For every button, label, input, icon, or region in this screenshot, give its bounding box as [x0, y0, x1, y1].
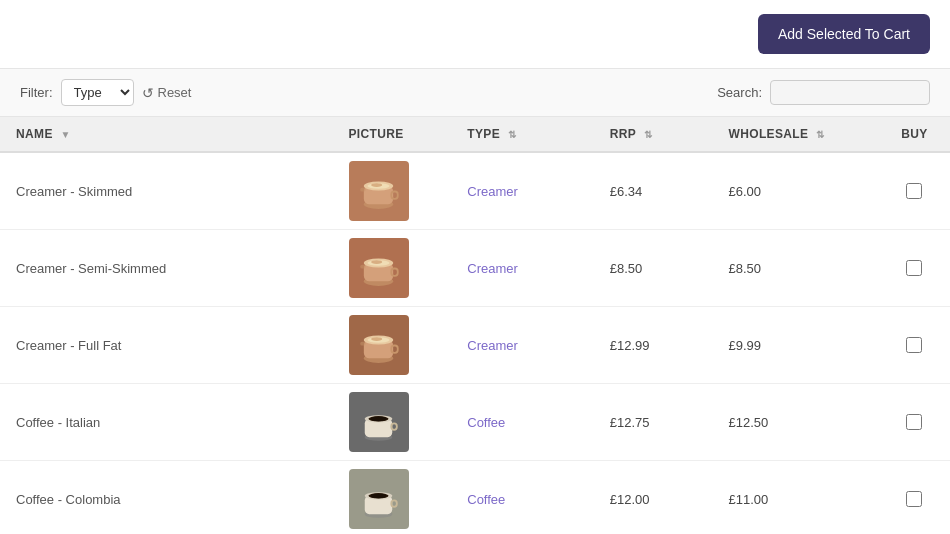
svg-rect-6 — [360, 187, 366, 191]
svg-point-11 — [371, 260, 382, 264]
table-row: Coffee - Italian Coffee£12.75£12.50 — [0, 384, 950, 461]
product-wholesale: £12.50 — [729, 415, 769, 430]
table-row: Creamer - Semi-Skimmed Creamer£8.50£8.50 — [0, 230, 950, 307]
product-image — [349, 238, 409, 298]
product-wholesale: £11.00 — [729, 492, 769, 507]
col-header-buy: BUY — [879, 117, 950, 152]
product-type: Creamer — [467, 338, 518, 353]
product-wholesale: £8.50 — [729, 261, 762, 276]
buy-checkbox[interactable] — [906, 414, 922, 430]
product-rrp: £12.99 — [610, 338, 650, 353]
table-row: Coffee - Colombia Coffee£12.00£11.00 — [0, 461, 950, 535]
product-rrp: £6.34 — [610, 184, 643, 199]
product-type: Creamer — [467, 184, 518, 199]
filter-bar: Filter: Type Name Price ↺ Reset Search: — [0, 69, 950, 117]
table-row: Creamer - Skimmed Creamer£6.34£6.00 — [0, 152, 950, 230]
svg-rect-20 — [360, 341, 366, 345]
product-rrp: £8.50 — [610, 261, 643, 276]
product-image — [349, 392, 409, 452]
svg-point-31 — [370, 493, 387, 498]
col-header-rrp[interactable]: RRP ⇅ — [594, 117, 713, 152]
product-name: Creamer - Skimmed — [16, 184, 132, 199]
products-table: NAME ▼ PICTURE TYPE ⇅ RRP ⇅ WHOLESALE ⇅ … — [0, 117, 950, 534]
svg-rect-26 — [391, 423, 397, 429]
filter-left: Filter: Type Name Price ↺ Reset — [20, 79, 191, 106]
sort-type-icon: ⇅ — [508, 129, 516, 140]
product-name: Coffee - Colombia — [16, 492, 121, 507]
search-input[interactable] — [770, 80, 930, 105]
product-rrp: £12.00 — [610, 492, 650, 507]
product-image — [349, 315, 409, 375]
table-header: NAME ▼ PICTURE TYPE ⇅ RRP ⇅ WHOLESALE ⇅ … — [0, 117, 950, 152]
filter-label: Filter: — [20, 85, 53, 100]
top-bar: Add Selected To Cart — [0, 0, 950, 69]
search-label: Search: — [717, 85, 762, 100]
buy-checkbox[interactable] — [906, 260, 922, 276]
product-wholesale: £6.00 — [729, 184, 762, 199]
reset-button[interactable]: ↺ Reset — [142, 85, 192, 101]
product-image — [349, 161, 409, 221]
buy-checkbox[interactable] — [906, 491, 922, 507]
filter-type-select[interactable]: Type Name Price — [61, 79, 134, 106]
product-type: Coffee — [467, 415, 505, 430]
sort-wholesale-icon: ⇅ — [816, 129, 824, 140]
sort-name-icon: ▼ — [60, 129, 70, 140]
svg-point-18 — [371, 337, 382, 341]
svg-rect-13 — [360, 264, 366, 268]
table-row: Creamer - Full Fat Creamer£12.99£9.99 — [0, 307, 950, 384]
col-header-wholesale[interactable]: WHOLESALE ⇅ — [713, 117, 879, 152]
sort-rrp-icon: ⇅ — [644, 129, 652, 140]
svg-point-25 — [370, 416, 387, 421]
product-type: Coffee — [467, 492, 505, 507]
reset-icon: ↺ — [142, 85, 154, 101]
col-header-picture: PICTURE — [333, 117, 452, 152]
col-header-type[interactable]: TYPE ⇅ — [451, 117, 594, 152]
svg-rect-32 — [391, 500, 397, 506]
col-header-name[interactable]: NAME ▼ — [0, 117, 333, 152]
add-to-cart-button[interactable]: Add Selected To Cart — [758, 14, 930, 54]
product-wholesale: £9.99 — [729, 338, 762, 353]
filter-right: Search: — [717, 80, 930, 105]
product-image — [349, 469, 409, 529]
product-name: Creamer - Full Fat — [16, 338, 121, 353]
reset-label: Reset — [158, 85, 192, 100]
buy-checkbox[interactable] — [906, 337, 922, 353]
table-body: Creamer - Skimmed Creamer£6.34£6.00Cream… — [0, 152, 950, 534]
product-name: Creamer - Semi-Skimmed — [16, 261, 166, 276]
product-name: Coffee - Italian — [16, 415, 100, 430]
product-type: Creamer — [467, 261, 518, 276]
product-rrp: £12.75 — [610, 415, 650, 430]
svg-point-4 — [371, 183, 382, 187]
buy-checkbox[interactable] — [906, 183, 922, 199]
